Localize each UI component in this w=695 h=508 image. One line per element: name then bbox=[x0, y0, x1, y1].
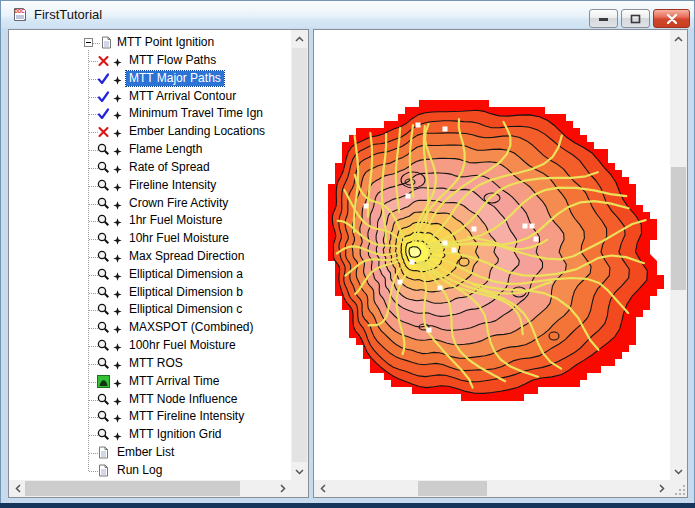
tree-viewport: MTT Point Ignition MTT Flow Paths MTT Ma… bbox=[9, 30, 291, 480]
chevron-down-icon bbox=[295, 469, 304, 475]
tree-item-mtt-major-paths[interactable]: MTT Major Paths bbox=[9, 70, 291, 88]
green-raster-icon bbox=[97, 375, 110, 388]
diamond-icon bbox=[113, 111, 122, 120]
node-dot bbox=[530, 224, 535, 229]
magnifier-icon bbox=[97, 250, 110, 263]
tree-hscrollbar[interactable] bbox=[9, 480, 291, 497]
tree-item-label: MTT Node Influence bbox=[126, 392, 241, 407]
map-scroll-left-button[interactable] bbox=[314, 480, 331, 497]
map-panel bbox=[313, 29, 688, 498]
magnifier-icon bbox=[97, 161, 110, 174]
tree-scroll-up-button[interactable] bbox=[291, 30, 308, 47]
tree-item-label: 1hr Fuel Moisture bbox=[126, 213, 225, 228]
tree-item-label: Run Log bbox=[114, 463, 165, 478]
map-viewport[interactable] bbox=[314, 30, 670, 480]
map-scroll-right-button[interactable] bbox=[653, 480, 670, 497]
map-hscrollbar[interactable] bbox=[314, 480, 670, 497]
tree-item-ember-list[interactable]: Ember List bbox=[9, 444, 291, 462]
tree-vscroll-thumb[interactable] bbox=[292, 48, 307, 462]
svg-text:DOC: DOC bbox=[14, 9, 25, 14]
tree-item-elliptical-dimension-a[interactable]: Elliptical Dimension a bbox=[9, 266, 291, 284]
minimize-button[interactable] bbox=[589, 9, 618, 28]
tree-item-mtt-arrival-contour[interactable]: MTT Arrival Contour bbox=[9, 88, 291, 106]
tree-hscroll-thumb[interactable] bbox=[25, 481, 240, 496]
maximize-icon bbox=[630, 14, 641, 24]
map-vscrollbar[interactable] bbox=[670, 30, 687, 480]
chevron-left-icon bbox=[320, 484, 326, 493]
tree-item-ember-landing-locations[interactable]: Ember Landing Locations bbox=[9, 123, 291, 141]
node-dot bbox=[410, 260, 415, 265]
map-scroll-corner bbox=[670, 480, 687, 497]
magnifier-icon bbox=[97, 197, 110, 210]
title-bar[interactable]: DOC FirstTutorial bbox=[1, 1, 694, 28]
tree-item-label: Crown Fire Activity bbox=[126, 196, 231, 211]
node-dot bbox=[452, 248, 457, 253]
tree-item-mtt-fireline-intensity[interactable]: MTT Fireline Intensity bbox=[9, 408, 291, 426]
tree-item-label: 10hr Fuel Moisture bbox=[126, 231, 232, 246]
document-icon bbox=[97, 446, 110, 459]
tree-item-label: MTT Ignition Grid bbox=[126, 427, 224, 442]
close-button[interactable] bbox=[653, 9, 690, 28]
tree-vscrollbar[interactable] bbox=[291, 30, 308, 480]
map-scroll-up-button[interactable] bbox=[670, 30, 687, 47]
tree-item-mtt-arrival-time[interactable]: MTT Arrival Time bbox=[9, 373, 291, 391]
tree-item-mtt-ignition-grid[interactable]: MTT Ignition Grid bbox=[9, 426, 291, 444]
tree-item-1hr-fuel-moisture[interactable]: 1hr Fuel Moisture bbox=[9, 212, 291, 230]
diamond-icon bbox=[113, 129, 122, 138]
diamond-icon bbox=[113, 361, 122, 370]
tree-item-root[interactable]: MTT Point Ignition bbox=[9, 34, 291, 52]
diamond-icon bbox=[113, 307, 122, 316]
node-dot bbox=[523, 224, 528, 229]
collapse-toggle-icon[interactable] bbox=[84, 38, 93, 47]
tree-scroll-corner bbox=[291, 480, 308, 497]
tree-item-mtt-node-influence[interactable]: MTT Node Influence bbox=[9, 391, 291, 409]
close-icon bbox=[666, 14, 678, 24]
tree-item-10hr-fuel-moisture[interactable]: 10hr Fuel Moisture bbox=[9, 230, 291, 248]
resize-grip[interactable] bbox=[673, 483, 685, 495]
tree-item-fireline-intensity[interactable]: Fireline Intensity bbox=[9, 177, 291, 195]
tree-item-max-spread-direction[interactable]: Max Spread Direction bbox=[9, 248, 291, 266]
fire-map[interactable] bbox=[314, 30, 670, 480]
diamond-icon bbox=[113, 290, 122, 299]
tree-item-label: Elliptical Dimension c bbox=[126, 302, 245, 317]
tree-item-crown-fire-activity[interactable]: Crown Fire Activity bbox=[9, 195, 291, 213]
window-title: FirstTutorial bbox=[34, 7, 102, 22]
tree-item-elliptical-dimension-b[interactable]: Elliptical Dimension b bbox=[9, 284, 291, 302]
tree-item-label: Ember List bbox=[114, 445, 177, 460]
tree-item-run-log[interactable]: Run Log bbox=[9, 462, 291, 480]
diamond-icon bbox=[113, 76, 122, 85]
tree-item-flame-length[interactable]: Flame Length bbox=[9, 141, 291, 159]
tree-item-label: MTT Major Paths bbox=[126, 71, 224, 86]
chevron-up-icon bbox=[674, 36, 683, 42]
legend-tree-panel: MTT Point Ignition MTT Flow Paths MTT Ma… bbox=[8, 29, 309, 498]
chevron-up-icon bbox=[295, 36, 304, 42]
tree-item-label: MTT Arrival Time bbox=[126, 374, 222, 389]
magnifier-icon bbox=[97, 303, 110, 316]
tree-scroll-right-button[interactable] bbox=[274, 480, 291, 497]
magnifier-icon bbox=[97, 179, 110, 192]
tree-item-100hr-fuel-moisture[interactable]: 100hr Fuel Moisture bbox=[9, 337, 291, 355]
diamond-icon bbox=[113, 343, 122, 352]
maximize-button[interactable] bbox=[621, 9, 650, 28]
tree-scroll-left-button[interactable] bbox=[9, 480, 26, 497]
tree-item-mtt-ros[interactable]: MTT ROS bbox=[9, 355, 291, 373]
map-hscroll-thumb[interactable] bbox=[418, 481, 487, 496]
magnifier-icon bbox=[97, 268, 110, 281]
node-dot bbox=[406, 194, 411, 199]
magnifier-icon bbox=[97, 357, 110, 370]
diamond-icon bbox=[113, 432, 122, 441]
magnifier-icon bbox=[97, 214, 110, 227]
tree-item-minimum-travel-time-ign[interactable]: Minimum Travel Time Ign bbox=[9, 105, 291, 123]
tree-scroll-down-button[interactable] bbox=[291, 463, 308, 480]
diamond-icon bbox=[113, 325, 122, 334]
tree-item-rate-of-spread[interactable]: Rate of Spread bbox=[9, 159, 291, 177]
map-vscroll-thumb[interactable] bbox=[671, 167, 686, 290]
tree-item-mtt-flow-paths[interactable]: MTT Flow Paths bbox=[9, 52, 291, 70]
chevron-right-icon bbox=[659, 484, 665, 493]
map-scroll-down-button[interactable] bbox=[670, 463, 687, 480]
diamond-icon bbox=[113, 165, 122, 174]
magnifier-icon bbox=[97, 143, 110, 156]
tree-item-maxspot-combined[interactable]: MAXSPOT (Combined) bbox=[9, 319, 291, 337]
diamond-icon bbox=[113, 201, 122, 210]
tree-item-elliptical-dimension-c[interactable]: Elliptical Dimension c bbox=[9, 301, 291, 319]
